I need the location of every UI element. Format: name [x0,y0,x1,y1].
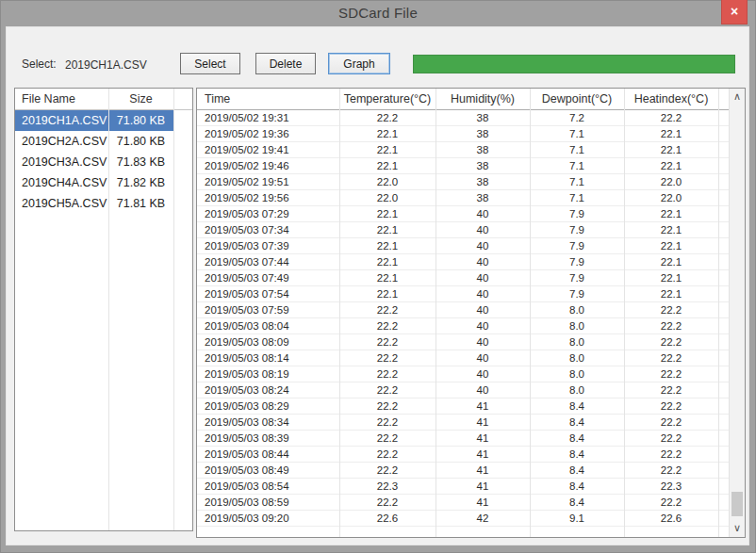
heatindex-cell: 22.1 [624,270,718,285]
data-table-header: Time Temperature(°C) Humidity(%) Dewpoin… [197,89,729,110]
time-cell: 2019/05/02 19:46 [197,158,339,173]
temperature-cell: 22.0 [339,190,436,205]
heatindex-cell: 22.1 [624,238,718,253]
table-row: 2019/05/03 08:2922.2418.422.2 [197,398,729,415]
temperature-cell: 22.6 [339,511,436,526]
scroll-up-button[interactable]: ∧ [730,89,745,105]
heatindex-cell: 22.1 [624,222,718,237]
humidity-cell: 38 [436,158,530,173]
temperature-cell: 22.2 [339,350,436,366]
column-header-temperature[interactable]: Temperature(°C) [339,89,436,109]
delete-button[interactable]: Delete [255,53,316,74]
humidity-cell: 41 [436,398,530,414]
heatindex-cell: 22.1 [624,126,718,141]
temperature-cell: 22.2 [339,110,436,125]
title-bar[interactable]: SDCard File × [0,0,756,26]
heatindex-cell: 22.2 [624,302,718,317]
file-row[interactable]: 2019CH3A.CSV71.83 KB [15,152,192,172]
file-list-panel: File Name Size 2019CH1A.CSV71.80 KB2019C… [14,88,193,531]
table-row: 2019/05/03 07:5422.1407.922.1 [197,286,729,302]
heatindex-cell: 22.0 [624,190,718,205]
column-header-file-name[interactable]: File Name [15,89,108,109]
progress-bar [413,55,735,73]
table-row: 2019/05/03 07:5922.2408.022.2 [197,302,729,318]
dewpoint-cell: 7.2 [530,110,624,125]
heatindex-cell: 22.2 [624,495,718,510]
table-row: 2019/05/03 08:3422.2418.422.2 [197,415,729,431]
dewpoint-cell: 8.0 [530,334,624,350]
temperature-cell: 22.2 [339,318,436,333]
humidity-cell: 40 [436,382,530,398]
heatindex-cell: 22.1 [624,142,718,157]
humidity-cell: 40 [436,334,530,350]
heatindex-cell: 22.1 [624,158,718,173]
time-cell: 2019/05/03 07:44 [197,254,339,269]
file-size-cell: 71.82 KB [108,172,173,193]
column-header-size[interactable]: Size [108,89,173,109]
file-name-cell: 2019CH2A.CSV [15,131,108,152]
file-row[interactable]: 2019CH4A.CSV71.82 KB [15,172,192,193]
temperature-cell: 22.3 [339,479,436,494]
time-cell: 2019/05/03 07:29 [197,206,339,221]
file-row[interactable]: 2019CH1A.CSV71.80 KB [15,110,192,131]
select-button[interactable]: Select [180,53,240,74]
humidity-cell: 40 [436,302,530,317]
close-button[interactable]: × [721,0,748,24]
dewpoint-cell: 7.9 [530,254,624,269]
file-row[interactable]: 2019CH2A.CSV71.80 KB [15,131,192,152]
heatindex-cell: 22.1 [624,254,718,269]
temperature-cell: 22.2 [339,415,436,430]
heatindex-cell: 22.0 [624,174,718,189]
dewpoint-cell: 8.0 [530,350,624,366]
dewpoint-cell: 7.1 [530,174,624,189]
dewpoint-cell: 8.4 [530,431,624,446]
time-cell: 2019/05/03 07:54 [197,286,339,301]
dewpoint-cell: 7.9 [530,286,624,301]
scroll-down-button[interactable]: ∨ [730,521,745,536]
humidity-cell: 40 [436,270,530,285]
time-cell: 2019/05/03 07:39 [197,238,339,253]
column-header-humidity[interactable]: Humidity(%) [436,89,530,109]
table-row: 2019/05/02 19:3622.1387.122.1 [197,126,729,142]
dewpoint-cell: 8.4 [530,415,624,430]
file-size-cell: 71.81 KB [108,193,173,214]
temperature-cell: 22.1 [339,206,436,221]
file-row[interactable]: 2019CH5A.CSV71.81 KB [15,193,192,214]
humidity-cell: 41 [436,463,530,478]
vertical-scrollbar[interactable]: ∧ ∨ [729,89,745,537]
humidity-cell: 38 [436,190,530,205]
heatindex-cell: 22.2 [624,334,718,350]
chevron-up-icon: ∧ [733,90,741,102]
heatindex-cell: 22.3 [624,479,718,494]
dialog-client-area: Select: 2019CH1A.CSV Select Delete Graph… [6,26,749,545]
dewpoint-cell: 9.1 [530,511,624,526]
progress-fill [414,56,734,73]
scrollbar-thumb[interactable] [731,492,743,516]
humidity-cell: 41 [436,495,530,510]
heatindex-cell: 22.2 [624,350,718,366]
time-cell: 2019/05/03 07:49 [197,270,339,285]
column-header-dewpoint[interactable]: Dewpoint(°C) [530,89,624,109]
humidity-cell: 40 [436,206,530,221]
temperature-cell: 22.2 [339,302,436,317]
humidity-cell: 38 [436,110,530,125]
time-cell: 2019/05/03 08:04 [197,318,339,333]
column-header-time[interactable]: Time [197,89,339,109]
humidity-cell: 41 [436,479,530,494]
data-table-panel: Time Temperature(°C) Humidity(%) Dewpoin… [196,88,746,538]
table-row: 2019/05/03 08:0922.2408.022.2 [197,334,729,350]
column-header-heatindex[interactable]: Heatindex(°C) [624,89,718,109]
time-cell: 2019/05/03 08:59 [197,495,339,510]
temperature-cell: 22.1 [339,126,436,141]
time-cell: 2019/05/02 19:36 [197,126,339,141]
humidity-cell: 38 [436,126,530,141]
heatindex-cell: 22.6 [624,511,718,526]
temperature-cell: 22.2 [339,366,436,382]
file-name-cell: 2019CH3A.CSV [15,152,108,172]
time-cell: 2019/05/02 19:41 [197,142,339,157]
time-cell: 2019/05/03 08:44 [197,447,339,462]
heatindex-cell: 22.2 [624,110,718,125]
graph-button[interactable]: Graph [328,53,390,74]
time-cell: 2019/05/03 08:49 [197,463,339,478]
humidity-cell: 38 [436,174,530,189]
